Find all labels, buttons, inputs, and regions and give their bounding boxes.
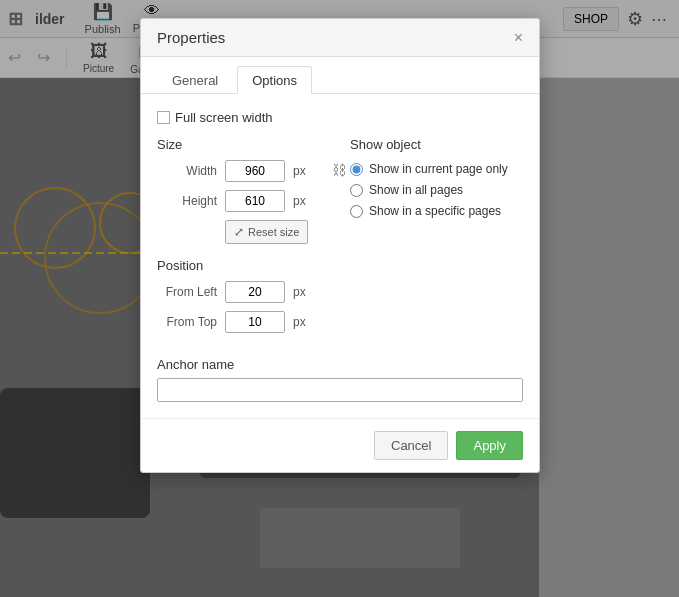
show-object-section: Show object Show in current page only Sh… (350, 137, 523, 218)
from-left-row: From Left px (157, 281, 330, 303)
position-label: Position (157, 258, 330, 273)
reset-icon: ⤢ (234, 225, 244, 239)
left-column: Size Width px ⛓ Height px ⤢ (157, 137, 330, 341)
from-top-px: px (293, 315, 306, 329)
dialog-footer: Cancel Apply (141, 418, 539, 472)
from-top-label: From Top (157, 315, 217, 329)
properties-dialog: Properties × General Options Full screen… (140, 18, 540, 473)
radio-current-page-input[interactable] (350, 163, 363, 176)
apply-button[interactable]: Apply (456, 431, 523, 460)
height-input[interactable] (225, 190, 285, 212)
dialog-title: Properties (157, 29, 225, 46)
reset-label: Reset size (248, 226, 299, 238)
radio-all-pages: Show in all pages (350, 183, 523, 197)
radio-current-page-label: Show in current page only (369, 162, 508, 176)
full-screen-row: Full screen width (157, 110, 523, 125)
width-input[interactable] (225, 160, 285, 182)
height-label: Height (157, 194, 217, 208)
width-label: Width (157, 164, 217, 178)
two-column-layout: Size Width px ⛓ Height px ⤢ (157, 137, 523, 341)
from-left-label: From Left (157, 285, 217, 299)
show-object-title: Show object (350, 137, 523, 152)
radio-current-page: Show in current page only (350, 162, 523, 176)
radio-specific-pages: Show in a specific pages (350, 204, 523, 218)
height-row: Height px (157, 190, 330, 212)
full-screen-checkbox[interactable] (157, 111, 170, 124)
height-px: px (293, 194, 306, 208)
from-top-input[interactable] (225, 311, 285, 333)
cancel-button[interactable]: Cancel (374, 431, 448, 460)
link-icon: ⛓ (332, 162, 346, 178)
from-left-px: px (293, 285, 306, 299)
tab-options[interactable]: Options (237, 66, 312, 94)
position-section: Position From Left px From Top px (157, 258, 330, 333)
radio-all-pages-input[interactable] (350, 184, 363, 197)
anchor-section: Anchor name (157, 357, 523, 402)
width-px: px (293, 164, 306, 178)
radio-all-pages-label: Show in all pages (369, 183, 463, 197)
tab-general[interactable]: General (157, 66, 233, 94)
reset-size-button[interactable]: ⤢ Reset size (225, 220, 308, 244)
radio-specific-pages-input[interactable] (350, 205, 363, 218)
full-screen-checkbox-label[interactable]: Full screen width (157, 110, 273, 125)
dialog-header: Properties × (141, 19, 539, 57)
radio-specific-pages-label: Show in a specific pages (369, 204, 501, 218)
anchor-label: Anchor name (157, 357, 523, 372)
anchor-input[interactable] (157, 378, 523, 402)
from-left-input[interactable] (225, 281, 285, 303)
right-column: Show object Show in current page only Sh… (350, 137, 523, 341)
full-screen-text: Full screen width (175, 110, 273, 125)
dialog-close-button[interactable]: × (514, 30, 523, 46)
dialog-tabs: General Options (141, 57, 539, 94)
width-row: Width px ⛓ (157, 160, 330, 182)
dialog-body: Full screen width Size Width px ⛓ Height (141, 94, 539, 418)
size-label: Size (157, 137, 330, 152)
from-top-row: From Top px (157, 311, 330, 333)
